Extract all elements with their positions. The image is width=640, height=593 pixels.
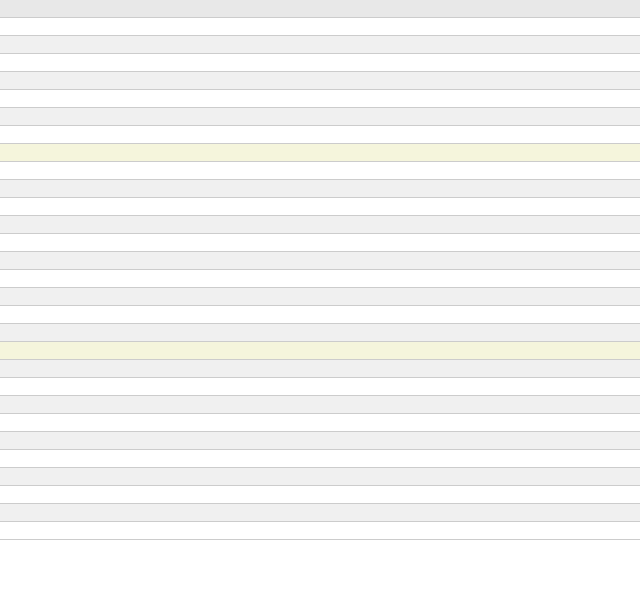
table-row <box>0 126 640 144</box>
table-row <box>0 252 640 270</box>
table-row <box>0 234 640 252</box>
table-row <box>0 414 640 432</box>
table-row <box>0 324 640 342</box>
table-row <box>0 486 640 504</box>
table-row <box>0 270 640 288</box>
table-row <box>0 162 640 180</box>
spreadsheet <box>0 0 640 540</box>
table-row <box>0 54 640 72</box>
table-row <box>0 18 640 36</box>
table-row <box>0 108 640 126</box>
table-row <box>0 342 640 360</box>
table-row <box>0 180 640 198</box>
table-row <box>0 216 640 234</box>
table-row <box>0 198 640 216</box>
table-row <box>0 468 640 486</box>
table-row <box>0 522 640 540</box>
table-row <box>0 0 640 18</box>
table-row <box>0 288 640 306</box>
table-row <box>0 144 640 162</box>
table-row <box>0 504 640 522</box>
table-row <box>0 72 640 90</box>
table-row <box>0 378 640 396</box>
table-row <box>0 306 640 324</box>
table-row <box>0 432 640 450</box>
table-row <box>0 450 640 468</box>
table-row <box>0 36 640 54</box>
table-row <box>0 360 640 378</box>
table-row <box>0 90 640 108</box>
table-row <box>0 396 640 414</box>
